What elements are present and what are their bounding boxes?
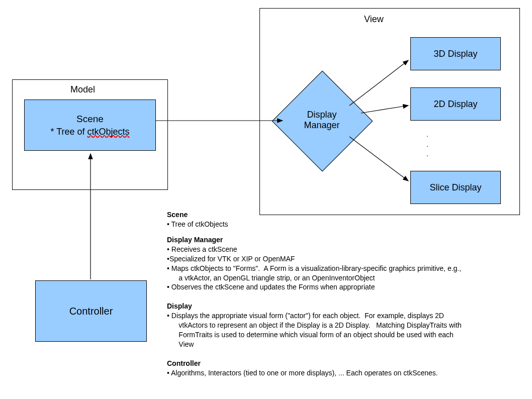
display-2d-box: 2D Display	[410, 87, 501, 121]
notes-controller: Controller • Algorithms, Interactors (ti…	[167, 359, 529, 378]
ellipsis-dots: ...	[424, 130, 430, 159]
notes-scene: Scene • Tree of ctkObjects	[167, 210, 524, 229]
scene-title: Scene	[76, 114, 104, 125]
notes-display: Display • Displays the appropriate visua…	[167, 302, 529, 349]
controller-box: Controller	[35, 280, 147, 342]
notes-display-manager: Display Manager • Receives a ctkScene •S…	[167, 235, 529, 292]
model-label: Model	[70, 84, 95, 95]
display-3d-box: 3D Display	[410, 37, 501, 70]
display-slice-box: Slice Display	[410, 171, 501, 204]
scene-subtitle: * Tree of ctkObjects	[50, 127, 129, 137]
scene-box: Scene * Tree of ctkObjects	[24, 99, 156, 151]
view-label: View	[364, 14, 384, 25]
